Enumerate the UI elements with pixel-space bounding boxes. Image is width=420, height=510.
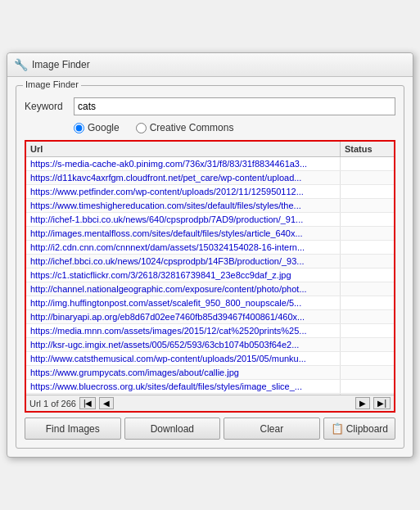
nav-first-button[interactable]: |◀ — [79, 397, 97, 409]
cell-url: https://s-media-cache-ak0.pinimg.com/736… — [26, 157, 341, 170]
table-row[interactable]: http://binaryapi.ap.org/eb8d67d02ee7460f… — [26, 310, 394, 324]
data-table: Url Status https://s-media-cache-ak0.pin… — [25, 140, 395, 413]
table-row[interactable]: https://c1.staticflickr.com/3/2618/32816… — [26, 269, 394, 282]
cell-url: http://www.catsthemusical.com/wp-content… — [26, 352, 341, 365]
cell-status — [341, 296, 394, 309]
cell-url: http://images.mentalfloss.com/sites/defa… — [26, 227, 341, 240]
table-row[interactable]: http://channel.nationalgeographic.com/ex… — [26, 282, 394, 296]
group-box-label: Image Finder — [23, 79, 81, 89]
table-row[interactable]: https://d11kavc4axrfgm.cloudfront.net/pe… — [26, 171, 394, 185]
cell-url: https://www.timeshighereducation.com/sit… — [26, 199, 341, 212]
window-icon: 🔧 — [14, 58, 27, 71]
table-body[interactable]: https://s-media-cache-ak0.pinimg.com/736… — [26, 157, 394, 395]
window-body: Image Finder Keyword Google Creative Com… — [7, 77, 413, 457]
table-row[interactable]: http://images.mentalfloss.com/sites/defa… — [26, 227, 394, 241]
clipboard-icon: 📋 — [331, 422, 344, 435]
table-row[interactable]: http://img.huffingtonpost.com/asset/scal… — [26, 296, 394, 310]
radio-cc-input[interactable] — [136, 123, 147, 133]
cell-status — [341, 227, 394, 240]
pagination-label: Url 1 of 266 — [29, 399, 76, 408]
table-row[interactable]: https://media.mnn.com/assets/images/2015… — [26, 324, 394, 338]
cell-url: http://ichef.bbci.co.uk/news/1024/cpspro… — [26, 255, 341, 268]
cell-status — [341, 338, 394, 351]
keyword-input[interactable] — [74, 97, 395, 115]
keyword-label: Keyword — [25, 101, 74, 112]
table-row[interactable]: http://i2.cdn.cnn.com/cnnnext/dam/assets… — [26, 241, 394, 255]
titlebar: 🔧 Image Finder — [7, 53, 413, 77]
cell-status — [341, 241, 394, 254]
cell-url: https://c1.staticflickr.com/3/2618/32816… — [26, 269, 341, 282]
radio-google-input[interactable] — [74, 123, 84, 133]
cell-status — [341, 394, 394, 395]
table-header: Url Status — [26, 142, 394, 157]
cell-status — [341, 213, 394, 226]
cell-status — [341, 255, 394, 268]
cell-status — [341, 185, 394, 198]
cell-url: http://ichef-1.bbci.co.uk/news/640/cpspr… — [26, 213, 341, 226]
cell-url: http://img.huffingtonpost.com/asset/scal… — [26, 296, 341, 309]
cell-url: https://media.mnn.com/assets/images/2015… — [26, 324, 341, 337]
table-row[interactable]: https://www.grumpycats.com/images/about/… — [26, 366, 394, 380]
col-status-header: Status — [341, 142, 394, 156]
table-row[interactable]: https://www.timeshighereducation.com/sit… — [26, 199, 394, 213]
cell-status — [341, 157, 394, 170]
cell-url: http://i2.cdn.cnn.com/cnnnext/dam/assets… — [26, 241, 341, 254]
radio-google[interactable]: Google — [74, 122, 120, 133]
radio-cc-label: Creative Commons — [150, 122, 234, 133]
cell-url: https://d11kavc4axrfgm.cloudfront.net/pe… — [26, 171, 341, 184]
cell-status — [341, 310, 394, 323]
cell-status — [341, 199, 394, 212]
radio-google-label: Google — [88, 122, 120, 133]
table-row[interactable]: http://www.catsthemusical.com/wp-content… — [26, 352, 394, 366]
clear-button[interactable]: Clear — [224, 417, 320, 440]
cell-url: http://ksr-ugc.imgix.net/assets/005/652/… — [26, 338, 341, 351]
cell-status — [341, 171, 394, 184]
cell-status — [341, 324, 394, 337]
group-box: Image Finder Keyword Google Creative Com… — [16, 85, 404, 449]
table-row[interactable]: https://s-media-cache-ak0.pinimg.com/736… — [26, 157, 394, 171]
download-button[interactable]: Download — [124, 417, 221, 440]
table-row[interactable]: http://ichef-1.bbci.co.uk/news/640/cpspr… — [26, 213, 394, 227]
table-row[interactable]: http://ichef.bbci.co.uk/news/1024/cpspro… — [26, 255, 394, 269]
cell-url: http://binaryapi.ap.org/eb8d67d02ee7460f… — [26, 310, 341, 323]
cell-url: http://channel.nationalgeographic.com/ex… — [26, 282, 341, 296]
cell-status — [341, 366, 394, 379]
table-row[interactable]: http://3.cdn.com/connect/assets/16012133… — [26, 394, 394, 395]
bottom-buttons: Find Images Download Clear 📋 Clipboard — [25, 417, 395, 440]
main-window: 🔧 Image Finder Image Finder Keyword Goog… — [7, 52, 413, 458]
table-row[interactable]: https://www.bluecross.org.uk/sites/defau… — [26, 380, 394, 394]
table-row[interactable]: https://www.petfinder.com/wp-content/upl… — [26, 185, 394, 199]
cell-status — [341, 269, 394, 282]
table-footer: Url 1 of 266 |◀ ◀ ▶ ▶| — [26, 395, 394, 411]
cell-url: https://www.grumpycats.com/images/about/… — [26, 366, 341, 379]
nav-next-button[interactable]: ▶ — [355, 397, 370, 409]
col-url-header: Url — [26, 142, 341, 156]
cell-url: https://www.bluecross.org.uk/sites/defau… — [26, 380, 341, 393]
cell-status — [341, 282, 394, 296]
cell-status — [341, 352, 394, 365]
keyword-row: Keyword — [25, 97, 395, 115]
find-images-button[interactable]: Find Images — [25, 417, 121, 440]
cell-status — [341, 380, 394, 393]
clipboard-label: Clipboard — [346, 423, 388, 435]
cell-url: https://www.petfinder.com/wp-content/upl… — [26, 185, 341, 198]
clipboard-button[interactable]: 📋 Clipboard — [323, 417, 395, 440]
window-title: Image Finder — [32, 59, 90, 70]
nav-last-button[interactable]: ▶| — [373, 397, 391, 409]
nav-prev-button[interactable]: ◀ — [99, 397, 114, 409]
table-row[interactable]: http://ksr-ugc.imgix.net/assets/005/652/… — [26, 338, 394, 352]
radio-cc[interactable]: Creative Commons — [136, 122, 234, 133]
cell-url: http://3.cdn.com/connect/assets/16012133… — [26, 394, 341, 395]
radio-row: Google Creative Commons — [74, 122, 395, 133]
